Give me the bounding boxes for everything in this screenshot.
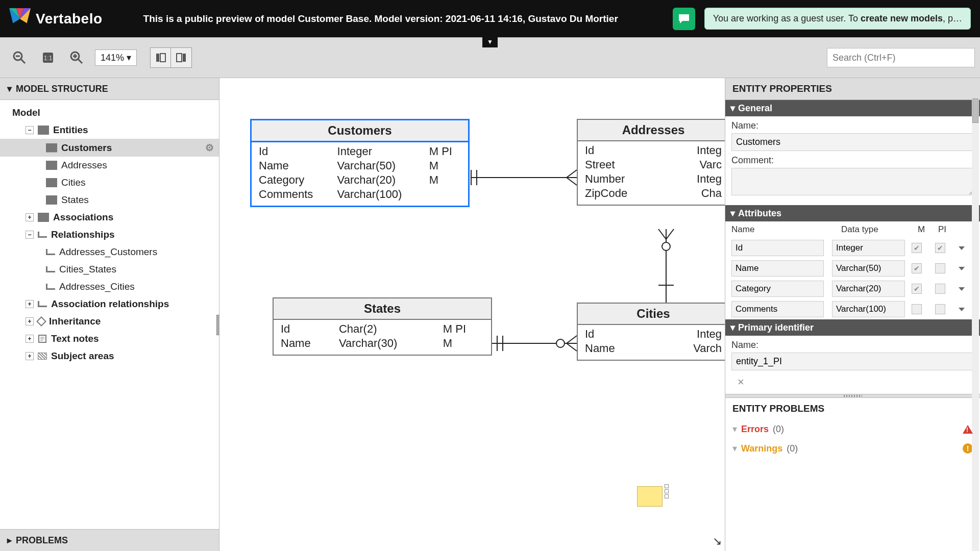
scrollbar-thumb[interactable] bbox=[972, 98, 978, 123]
expand-icon[interactable]: + bbox=[26, 335, 34, 343]
attr-name-input[interactable] bbox=[731, 301, 824, 317]
tree-rel-cities-states[interactable]: Cities_States bbox=[0, 261, 219, 278]
expand-icon[interactable]: + bbox=[26, 213, 34, 221]
tree-node-text-notes[interactable]: +Text notes bbox=[0, 330, 219, 347]
model-structure-header[interactable]: ▾ MODEL STRUCTURE bbox=[0, 78, 219, 100]
rel-label: Cities_States bbox=[59, 264, 116, 275]
guest-banner[interactable]: You are working as a guest user. To crea… bbox=[704, 8, 971, 30]
tree-node-subject-areas[interactable]: +Subject areas bbox=[0, 347, 219, 365]
attr-pi-checkbox[interactable] bbox=[935, 284, 945, 294]
attr-mandatory-checkbox[interactable] bbox=[912, 284, 922, 294]
attr-dropdown-icon[interactable] bbox=[959, 246, 965, 250]
guest-banner-bold: create new models bbox=[861, 13, 943, 23]
zoom-out-button[interactable] bbox=[9, 47, 30, 68]
attr-dropdown-icon[interactable] bbox=[959, 287, 965, 291]
attr-name-input[interactable] bbox=[731, 240, 824, 256]
attr-pi-checkbox[interactable] bbox=[935, 243, 945, 253]
entity-comment-input[interactable] bbox=[731, 168, 974, 195]
attr-type-input[interactable] bbox=[832, 281, 905, 297]
relationship-group-icon bbox=[38, 232, 47, 238]
zoom-level-select[interactable]: 141% ▾ bbox=[95, 49, 137, 66]
collapse-icon[interactable]: − bbox=[26, 126, 34, 134]
attr-type-input[interactable] bbox=[832, 240, 905, 256]
svg-line-35 bbox=[567, 336, 577, 343]
expand-icon[interactable]: + bbox=[26, 317, 34, 325]
error-badge-icon bbox=[963, 425, 973, 434]
tree-rel-addresses-customers[interactable]: Addresses_Customers bbox=[0, 243, 219, 261]
attr-header-row: NameData typeMPI bbox=[725, 221, 980, 238]
pi-name-input[interactable] bbox=[731, 353, 974, 370]
table-icon bbox=[46, 195, 57, 205]
tree-root-model[interactable]: Model bbox=[0, 104, 219, 121]
subject-areas-label: Subject areas bbox=[51, 350, 114, 362]
view-mode-left[interactable] bbox=[151, 48, 171, 67]
svg-point-31 bbox=[662, 242, 670, 251]
relationship-icon bbox=[46, 266, 55, 272]
zoom-in-button[interactable] bbox=[66, 47, 87, 68]
tree-node-associations[interactable]: +Associations bbox=[0, 209, 219, 226]
tree-rel-addresses-cities[interactable]: Addresses_Cities bbox=[0, 278, 219, 295]
expand-icon[interactable]: + bbox=[26, 300, 34, 308]
attr-mandatory-checkbox[interactable] bbox=[912, 263, 922, 273]
collapse-icon[interactable]: − bbox=[26, 231, 34, 239]
zoom-fit-button[interactable]: 1:1 bbox=[38, 47, 58, 68]
section-general[interactable]: ▾General bbox=[725, 100, 980, 116]
tree-entity-addresses[interactable]: Addresses bbox=[0, 157, 219, 174]
view-mode-right[interactable] bbox=[171, 48, 191, 67]
svg-point-37 bbox=[556, 339, 565, 347]
entity-label: Customers bbox=[61, 142, 112, 154]
right-scrollbar[interactable] bbox=[972, 98, 979, 551]
section-attributes[interactable]: ▾Attributes bbox=[725, 205, 980, 221]
guest-banner-suffix: , p… bbox=[943, 13, 962, 23]
assoc-rel-icon bbox=[38, 301, 47, 307]
attr-type-input[interactable] bbox=[832, 301, 905, 317]
tree-node-entities[interactable]: −Entities bbox=[0, 121, 219, 139]
entity-states[interactable]: States IdChar(2)M PI NameVarchar(30)M bbox=[273, 297, 492, 356]
entity-body: IdIntegerM PI NameVarchar(50)M CategoryV… bbox=[252, 142, 468, 206]
attr-mandatory-checkbox[interactable] bbox=[912, 243, 922, 253]
chat-button[interactable] bbox=[673, 8, 695, 30]
entity-addresses[interactable]: Addresses IdInteg StreetVarc NumberInteg… bbox=[577, 119, 725, 206]
attr-type-input[interactable] bbox=[832, 260, 905, 277]
tree-entity-customers[interactable]: Customers⚙ bbox=[0, 139, 219, 157]
attr-pi-checkbox[interactable] bbox=[935, 263, 945, 273]
tree-node-relationships[interactable]: −Relationships bbox=[0, 226, 219, 243]
entity-cities[interactable]: Cities IdInteg NameVarch bbox=[577, 303, 725, 361]
svg-line-25 bbox=[567, 170, 577, 178]
attr-name-input[interactable] bbox=[731, 260, 824, 277]
section-primary-identifier[interactable]: ▾Primary identifier bbox=[725, 319, 980, 336]
model-tree: Model −Entities Customers⚙ Addresses Cit… bbox=[0, 100, 219, 529]
gear-icon[interactable]: ⚙ bbox=[205, 142, 214, 154]
relationship-icon bbox=[46, 249, 55, 255]
attr-mandatory-checkbox[interactable] bbox=[912, 304, 922, 314]
subject-areas-icon bbox=[38, 353, 47, 360]
tree-entity-cities[interactable]: Cities bbox=[0, 174, 219, 191]
problems-label: PROBLEMS bbox=[16, 535, 68, 546]
model-structure-label: MODEL STRUCTURE bbox=[16, 84, 108, 94]
text-notes-label: Text notes bbox=[51, 333, 99, 344]
top-tab-handle[interactable]: ▼ bbox=[482, 36, 498, 47]
tree-node-inheritance[interactable]: +Inheritance bbox=[0, 313, 219, 330]
attr-dropdown-icon[interactable] bbox=[959, 308, 965, 311]
warnings-row[interactable]: ▾ Warnings (0) ! bbox=[725, 439, 980, 458]
search-input[interactable] bbox=[827, 48, 975, 67]
table-icon bbox=[46, 178, 57, 187]
errors-row[interactable]: ▾ Errors (0) bbox=[725, 419, 980, 439]
rel-label: Addresses_Customers bbox=[59, 246, 157, 258]
entity-customers[interactable]: Customers IdIntegerM PI NameVarchar(50)M… bbox=[250, 119, 470, 207]
warning-badge-icon: ! bbox=[963, 443, 973, 454]
attr-dropdown-icon[interactable] bbox=[959, 267, 965, 270]
diagram-canvas[interactable]: Customers IdIntegerM PI NameVarchar(50)M… bbox=[219, 78, 725, 551]
tree-node-assoc-rel[interactable]: +Association relationships bbox=[0, 295, 219, 313]
attr-pi-checkbox[interactable] bbox=[935, 304, 945, 314]
tree-entity-states[interactable]: States bbox=[0, 191, 219, 209]
expand-icon[interactable]: + bbox=[26, 352, 34, 360]
right-splitter[interactable] bbox=[725, 394, 980, 398]
brand-logo[interactable]: Vertabelo bbox=[9, 8, 103, 30]
pi-delete-button[interactable]: × bbox=[731, 374, 974, 390]
attr-name-input[interactable] bbox=[731, 281, 824, 297]
resize-corner-icon[interactable]: ↘ bbox=[713, 535, 722, 548]
entity-name-input[interactable] bbox=[731, 133, 974, 151]
guest-banner-prefix: You are working as a guest user. To bbox=[713, 13, 861, 23]
problems-panel-header[interactable]: ▸ PROBLEMS bbox=[0, 529, 219, 551]
